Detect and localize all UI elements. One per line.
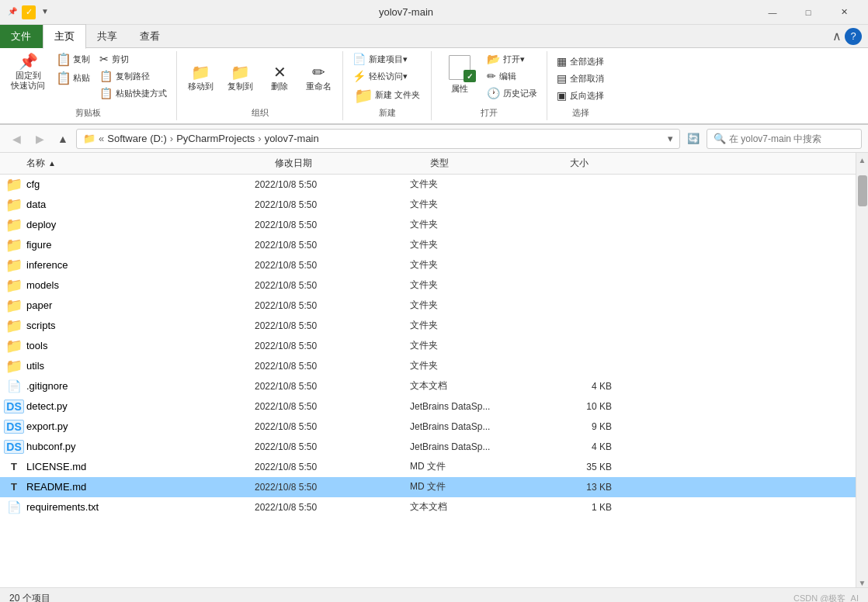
file-date-cell: 2022/10/8 5:50 <box>255 179 410 190</box>
table-row[interactable]: DS export.py 2022/10/8 5:50 JetBrains Da… <box>0 417 856 437</box>
open-label: 打开▾ <box>503 54 525 65</box>
path-part-1[interactable]: Software (D:) <box>107 133 167 144</box>
pin-to-quick-access-button[interactable]: 📌 固定到 快速访问 <box>6 51 50 93</box>
file-icon-cell: 📁 <box>6 278 22 293</box>
copy-to-button[interactable]: 📁 复制到 <box>223 62 258 94</box>
move-to-button[interactable]: 📁 移动到 <box>183 62 218 94</box>
table-row[interactable]: 📄 .gitignore 2022/10/8 5:50 文本文档 4 KB <box>0 376 856 396</box>
py-file-icon: DS <box>4 400 23 413</box>
close-button[interactable]: ✕ <box>826 0 862 25</box>
file-name-cell: cfg <box>26 178 255 190</box>
path-separator-1: › <box>170 133 173 144</box>
file-name-cell: tools <box>26 340 255 351</box>
easy-access-button[interactable]: ⚡ 轻松访问▾ <box>349 68 411 84</box>
minimize-button[interactable]: — <box>755 0 790 25</box>
edit-icon: ✏ <box>487 70 496 82</box>
scroll-up-icon[interactable]: ▲ <box>859 156 866 164</box>
copy-label: 复制 <box>73 54 90 64</box>
file-date-cell: 2022/10/8 5:50 <box>255 300 410 311</box>
title-bar: 📌 ✓ ▼ yolov7-main — □ ✕ <box>0 0 868 25</box>
help-button[interactable]: ? <box>845 28 862 45</box>
up-button[interactable]: ▲ <box>53 129 73 149</box>
rename-button[interactable]: ✏ 重命名 <box>301 62 336 94</box>
column-date[interactable]: 修改日期 <box>275 157 430 170</box>
table-row[interactable]: DS hubconf.py 2022/10/8 5:50 JetBrains D… <box>0 437 856 457</box>
delete-button[interactable]: ✕ 删除 <box>262 62 297 94</box>
table-row[interactable]: T LICENSE.md 2022/10/8 5:50 MD 文件 35 KB <box>0 457 856 477</box>
file-type-cell: MD 文件 <box>410 480 550 493</box>
table-row[interactable]: 📁 inference 2022/10/8 5:50 文件夹 <box>0 255 856 275</box>
search-box[interactable]: 🔍 <box>707 129 862 149</box>
copy-button[interactable]: 📋 复制 <box>51 51 95 68</box>
select-all-label: 全部选择 <box>570 56 604 67</box>
file-type-cell: 文件夹 <box>410 279 550 292</box>
folder-icon: 📁 <box>5 237 23 254</box>
open-button[interactable]: 📂 打开▾ <box>484 51 540 67</box>
refresh-button[interactable]: 🔄 <box>683 129 703 149</box>
paste-icon: 📋 <box>56 72 71 85</box>
file-list-header: 名称 ▲ 修改日期 类型 大小 <box>0 153 856 175</box>
folder-icon: 📁 <box>5 277 23 294</box>
new-folder-button[interactable]: 📁 新建 文件夹 <box>349 85 425 106</box>
table-row[interactable]: 📄 requirements.txt 2022/10/8 5:50 文本文档 1… <box>0 497 856 517</box>
scroll-down-icon[interactable]: ▼ <box>859 579 866 587</box>
file-size-cell: 35 KB <box>550 462 627 472</box>
file-icon-cell: 📄 <box>6 500 22 515</box>
table-row[interactable]: 📁 cfg 2022/10/8 5:50 文件夹 <box>0 175 856 195</box>
table-row[interactable]: 📁 utils 2022/10/8 5:50 文件夹 <box>0 356 856 376</box>
file-icon-cell: 📄 <box>6 379 22 394</box>
search-input[interactable] <box>729 133 855 144</box>
tab-file[interactable]: 文件 <box>0 25 43 48</box>
tab-view[interactable]: 查看 <box>129 25 172 48</box>
history-button[interactable]: 🕐 历史记录 <box>484 85 540 101</box>
cut-button[interactable]: ✂ 剪切 <box>96 51 170 67</box>
table-row[interactable]: 📁 data 2022/10/8 5:50 文件夹 <box>0 195 856 215</box>
properties-button[interactable]: ✓ 属性 <box>438 51 481 97</box>
address-path[interactable]: 📁 « Software (D:) › PyCharmProjects › yo… <box>76 129 680 149</box>
search-icon: 🔍 <box>713 133 726 144</box>
file-size-cell: 10 KB <box>550 401 627 412</box>
scroll-thumb[interactable] <box>858 175 867 206</box>
file-date-cell: 2022/10/8 5:50 <box>255 421 410 432</box>
invert-select-button[interactable]: ▣ 反向选择 <box>554 88 607 103</box>
select-all-button[interactable]: ▦ 全部选择 <box>554 54 607 69</box>
address-bar: ◀ ▶ ▲ 📁 « Software (D:) › PyCharmProject… <box>0 125 868 153</box>
edit-button[interactable]: ✏ 编辑 <box>484 68 540 84</box>
table-row[interactable]: 📁 deploy 2022/10/8 5:50 文件夹 <box>0 215 856 235</box>
path-part-3[interactable]: yolov7-main <box>265 133 319 144</box>
tab-home[interactable]: 主页 <box>43 24 86 49</box>
ribbon-up-icon[interactable]: ∧ <box>832 29 842 43</box>
maximize-button[interactable]: □ <box>790 0 826 25</box>
table-row[interactable]: 📁 models 2022/10/8 5:50 文件夹 <box>0 275 856 296</box>
table-row[interactable]: 📁 paper 2022/10/8 5:50 文件夹 <box>0 296 856 316</box>
folder-icon: 📁 <box>5 358 23 375</box>
file-icon-cell: 📁 <box>6 217 22 233</box>
column-size[interactable]: 大小 <box>570 157 648 170</box>
table-row[interactable]: T README.md 2022/10/8 5:50 MD 文件 13 KB <box>0 477 856 497</box>
table-row[interactable]: 📁 tools 2022/10/8 5:50 文件夹 <box>0 336 856 356</box>
copy-path-button[interactable]: 📋 复制路径 <box>96 68 170 84</box>
column-name[interactable]: 名称 ▲ <box>26 157 275 170</box>
paste-shortcut-button[interactable]: 📋 粘贴快捷方式 <box>96 85 170 101</box>
file-list: 📁 cfg 2022/10/8 5:50 文件夹 📁 data 2022/10/… <box>0 175 856 587</box>
easy-access-icon: ⚡ <box>352 70 366 82</box>
path-part-2[interactable]: PyCharmProjects <box>176 133 255 144</box>
new-item-button[interactable]: 📄 新建项目▾ <box>349 51 411 67</box>
file-date-cell: 2022/10/8 5:50 <box>255 199 410 210</box>
table-row[interactable]: 📁 scripts 2022/10/8 5:50 文件夹 <box>0 316 856 336</box>
table-row[interactable]: DS detect.py 2022/10/8 5:50 JetBrains Da… <box>0 396 856 417</box>
table-row[interactable]: 📁 figure 2022/10/8 5:50 文件夹 <box>0 235 856 255</box>
scrollbar[interactable]: ▲ ▼ <box>856 153 868 587</box>
pin-icon[interactable]: 📌 <box>6 5 19 18</box>
tab-share[interactable]: 共享 <box>86 25 129 48</box>
path-dropdown-icon[interactable]: ▾ <box>668 133 673 144</box>
status-bar: 20 个项目 CSDN @极客_AI <box>0 587 868 602</box>
file-type-cell: 文件夹 <box>410 218 550 231</box>
select-none-button[interactable]: ▤ 全部取消 <box>554 71 607 86</box>
column-type[interactable]: 类型 <box>430 157 570 170</box>
file-name-cell: requirements.txt <box>26 501 255 513</box>
paste-button[interactable]: 📋 粘贴 <box>51 70 95 87</box>
folder-icon: 📁 <box>5 196 23 213</box>
rename-icon: ✏ <box>312 64 325 80</box>
arrow-icon: ▼ <box>39 5 51 18</box>
